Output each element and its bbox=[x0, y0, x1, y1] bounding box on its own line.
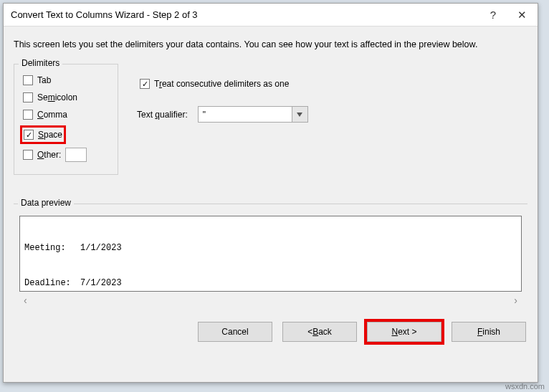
scroll-left-icon: ‹ bbox=[24, 295, 27, 306]
delimiter-comma[interactable]: Comma bbox=[23, 108, 112, 121]
data-preview-group: Data preview Meeting:1/1/2023 Deadline:7… bbox=[14, 204, 527, 315]
button-row: Cancel < Back Next > Finish bbox=[14, 315, 527, 342]
delimiter-semicolon[interactable]: Semicolon bbox=[23, 91, 112, 104]
text-qualifier-row: Text qualifier: " bbox=[137, 106, 308, 123]
finish-button[interactable]: Finish bbox=[452, 322, 526, 342]
dialog-body: This screen lets you set the delimiters … bbox=[4, 27, 538, 382]
chevron-down-icon bbox=[292, 107, 307, 122]
next-button[interactable]: Next > bbox=[367, 322, 441, 342]
close-button[interactable]: ✕ bbox=[507, 4, 536, 26]
text-qualifier-select[interactable]: " bbox=[198, 106, 308, 123]
delimiter-tab-label: Tab bbox=[37, 75, 51, 85]
preview-row: Meeting:1/1/2023 bbox=[24, 242, 517, 254]
checkbox-icon bbox=[23, 75, 33, 85]
options-row: Delimiters Tab Semicolon Comma Space bbox=[14, 59, 527, 175]
treat-consecutive-label: Treat consecutive delimiters as one bbox=[154, 79, 289, 89]
back-button[interactable]: < Back bbox=[282, 322, 357, 342]
space-highlight: Space bbox=[20, 125, 66, 144]
delimiter-other[interactable]: Other: bbox=[23, 148, 112, 161]
delimiter-space[interactable]: Space bbox=[24, 128, 62, 141]
cancel-button[interactable]: Cancel bbox=[198, 322, 272, 342]
treat-consecutive[interactable]: Treat consecutive delimiters as one bbox=[140, 77, 308, 90]
text-qualifier-value: " bbox=[199, 110, 292, 120]
preview-row: Deadline:7/1/2023 bbox=[24, 277, 517, 289]
delimiter-space-label: Space bbox=[38, 130, 62, 140]
data-preview-legend: Data preview bbox=[18, 198, 74, 208]
titlebar: Convert Text to Columns Wizard - Step 2 … bbox=[4, 4, 538, 27]
scroll-right-icon: › bbox=[514, 295, 517, 306]
delimiter-other-input[interactable] bbox=[65, 148, 87, 162]
delimiter-other-label: Other: bbox=[37, 150, 61, 160]
text-qualifier-label: Text qualifier: bbox=[137, 110, 188, 120]
checkbox-icon bbox=[23, 92, 33, 102]
preview-scrollbar[interactable]: ‹ › bbox=[19, 292, 522, 306]
delimiter-comma-label: Comma bbox=[37, 110, 67, 120]
wizard-dialog: Convert Text to Columns Wizard - Step 2 … bbox=[3, 3, 538, 383]
checkbox-icon bbox=[24, 130, 34, 140]
watermark: wsxdn.com bbox=[505, 382, 545, 391]
delimiter-tab[interactable]: Tab bbox=[23, 74, 112, 87]
data-preview-box: Meeting:1/1/2023 Deadline:7/1/2023 Tour:… bbox=[19, 216, 522, 292]
delimiters-group: Delimiters Tab Semicolon Comma Space bbox=[14, 64, 118, 175]
intro-text: This screen lets you set the delimiters … bbox=[14, 39, 527, 49]
delimiter-semicolon-label: Semicolon bbox=[37, 92, 77, 102]
checkbox-icon bbox=[140, 79, 150, 89]
checkbox-icon bbox=[23, 110, 33, 120]
delimiters-legend: Delimiters bbox=[19, 58, 62, 68]
checkbox-icon bbox=[23, 150, 33, 160]
dialog-title: Convert Text to Columns Wizard - Step 2 … bbox=[11, 9, 479, 20]
help-button[interactable]: ? bbox=[479, 4, 507, 26]
right-options: Treat consecutive delimiters as one Text… bbox=[118, 59, 308, 175]
